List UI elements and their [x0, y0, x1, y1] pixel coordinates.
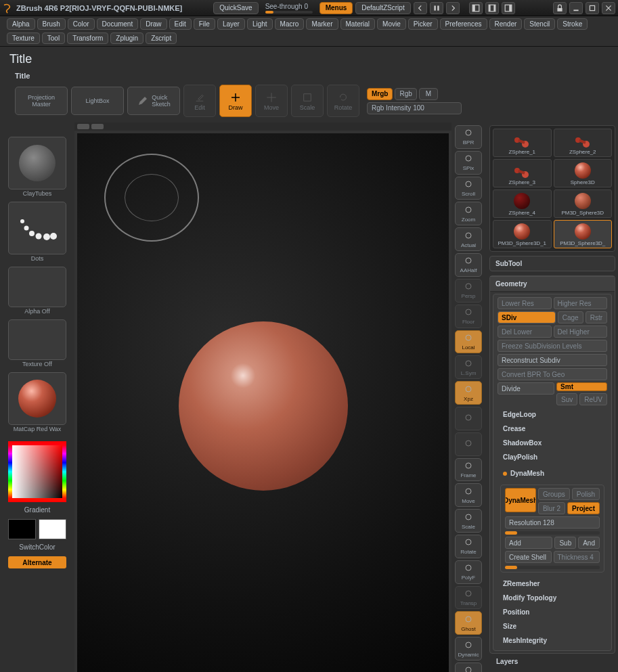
- crease-header[interactable]: Crease: [498, 422, 607, 436]
- menu-layer[interactable]: Layer: [217, 18, 245, 30]
- menus-button[interactable]: Menus: [319, 2, 353, 14]
- vp-ghost-button[interactable]: Ghost: [455, 611, 482, 635]
- swatch-main[interactable]: [8, 519, 36, 539]
- stroke-thumb[interactable]: Dots: [8, 202, 66, 254]
- vp-frame-button[interactable]: Frame: [455, 458, 482, 482]
- sdiv-slider[interactable]: SDiv: [498, 311, 556, 323]
- see-through-slider[interactable]: See-through 0: [261, 3, 317, 14]
- reuv-button[interactable]: ReUV: [579, 393, 607, 405]
- vp-polyf-button[interactable]: PolyF: [455, 560, 482, 584]
- menu-zscript[interactable]: Zscript: [146, 32, 177, 44]
- edgeloop-header[interactable]: EdgeLoop: [498, 407, 607, 422]
- higher-res-button[interactable]: Higher Res: [554, 297, 608, 309]
- vp-xpz-button[interactable]: Xpz: [455, 381, 482, 405]
- menu-color[interactable]: Color: [68, 18, 95, 30]
- vp-aahalf-button[interactable]: AAHalf: [455, 253, 482, 277]
- tool-zsphere_2[interactable]: ZSphere_2: [554, 129, 613, 157]
- polish-button[interactable]: Polish: [572, 488, 600, 500]
- add-button[interactable]: Add: [505, 537, 552, 549]
- zremesher-header[interactable]: ZRemesher: [498, 577, 607, 591]
- m-button[interactable]: M: [419, 88, 438, 100]
- cage-button[interactable]: Cage: [558, 311, 583, 323]
- dynamesh-header[interactable]: DynaMesh: [498, 466, 607, 480]
- alternate-button[interactable]: Alternate: [8, 556, 66, 568]
- tool-zsphere_3[interactable]: ZSphere_3: [493, 159, 552, 187]
- rgb-intensity-slider[interactable]: Rgb Intensity 100: [367, 102, 462, 114]
- shadowbox-header[interactable]: ShadowBox: [498, 436, 607, 450]
- tool-pm3d_sphere3d_1[interactable]: PM3D_Sphere3D_1: [493, 220, 552, 248]
- smt-button[interactable]: Smt: [556, 382, 607, 391]
- rotate-button[interactable]: Rotate: [327, 85, 359, 117]
- geometry-header[interactable]: Geometry: [490, 276, 615, 292]
- brush-thumb[interactable]: ClayTubes: [8, 137, 66, 189]
- size-header[interactable]: Size: [498, 619, 607, 633]
- color-picker[interactable]: [8, 441, 66, 502]
- rstr-button[interactable]: Rstr: [586, 311, 607, 323]
- tool-pm3d_sphere3d_[interactable]: PM3D_Sphere3D_: [554, 220, 613, 248]
- maximize-icon[interactable]: [586, 2, 599, 14]
- dock-right-icon[interactable]: [502, 2, 515, 14]
- suv-button[interactable]: Suv: [556, 393, 577, 405]
- del-lower-button[interactable]: Del Lower: [498, 326, 552, 338]
- vp-move-button[interactable]: Move: [455, 483, 482, 507]
- menu-brush[interactable]: Brush: [37, 18, 66, 30]
- texture-thumb[interactable]: Texture Off: [8, 319, 66, 360]
- minimize-icon[interactable]: [569, 2, 583, 14]
- modify-topology-header[interactable]: Modify Topology: [498, 591, 607, 605]
- viewport-canvas[interactable]: [77, 133, 449, 672]
- scale-button[interactable]: Scale: [291, 85, 324, 117]
- vp-actual-button[interactable]: Actual: [455, 227, 482, 251]
- tool-zsphere_4[interactable]: ZSphere_4: [493, 189, 552, 218]
- layers-section[interactable]: Layers: [489, 654, 615, 669]
- tool-sphere3d[interactable]: Sphere3D: [554, 159, 613, 187]
- menu-document[interactable]: Document: [97, 18, 139, 30]
- dock-left-icon[interactable]: [469, 2, 483, 14]
- menu-tool[interactable]: Tool: [42, 32, 65, 44]
- move-button[interactable]: Move: [255, 85, 288, 117]
- menu-transform[interactable]: Transform: [67, 32, 108, 44]
- dynamesh-button[interactable]: DynaMesh: [505, 488, 536, 512]
- vp-solo-button[interactable]: Solo: [455, 663, 482, 672]
- history-prev-icon[interactable]: [414, 2, 427, 14]
- tool-pm3d_sphere3d[interactable]: PM3D_Sphere3D: [554, 189, 613, 218]
- vp-scale-button[interactable]: Scale: [455, 509, 482, 533]
- project-button[interactable]: Project: [567, 502, 600, 514]
- create-shell-button[interactable]: Create Shell: [505, 551, 552, 563]
- close-icon[interactable]: [602, 2, 615, 14]
- history-bar-icon[interactable]: [430, 2, 443, 14]
- history-next-icon[interactable]: [446, 2, 460, 14]
- vp-dynamic-button[interactable]: Dynamic: [455, 637, 482, 660]
- alpha-thumb[interactable]: Alpha Off: [8, 267, 66, 307]
- menu-movie[interactable]: Movie: [377, 18, 406, 30]
- menu-macro[interactable]: Macro: [275, 18, 305, 30]
- projection-master-button[interactable]: Projection Master: [15, 87, 68, 115]
- vp-rotate-button[interactable]: Rotate: [455, 535, 482, 558]
- tool-zsphere_1[interactable]: ZSphere_1: [493, 129, 552, 157]
- swatch-secondary[interactable]: [39, 519, 66, 539]
- claypolish-header[interactable]: ClayPolish: [498, 450, 607, 464]
- menu-marker[interactable]: Marker: [306, 18, 338, 30]
- menu-alpha[interactable]: Alpha: [7, 18, 35, 30]
- menu-draw[interactable]: Draw: [140, 18, 167, 30]
- vp-transp-button[interactable]: Transp: [455, 586, 482, 610]
- menu-picker[interactable]: Picker: [408, 18, 438, 30]
- menu-preferences[interactable]: Preferences: [440, 18, 487, 30]
- lower-res-button[interactable]: Lower Res: [498, 297, 552, 309]
- vp-spix-button[interactable]: SPix: [455, 151, 482, 175]
- quicksave-button[interactable]: QuickSave: [213, 2, 258, 14]
- menu-zplugin[interactable]: Zplugin: [110, 32, 144, 44]
- resolution-slider[interactable]: Resolution 128: [505, 516, 600, 529]
- default-zscript-button[interactable]: DefaultZScript: [355, 2, 410, 14]
- menu-light[interactable]: Light: [247, 18, 273, 30]
- vp-bpr-button[interactable]: BPR: [455, 125, 482, 149]
- meshintegrity-header[interactable]: MeshIntegrity: [498, 633, 607, 648]
- menu-render[interactable]: Render: [489, 18, 523, 30]
- menu-stroke[interactable]: Stroke: [557, 18, 588, 30]
- divide-button[interactable]: Divide: [498, 382, 554, 395]
- dock-both-icon[interactable]: [485, 2, 499, 14]
- vp-local-button[interactable]: Local: [455, 330, 482, 354]
- vp-floor-button[interactable]: Floor: [455, 305, 482, 328]
- vp-l-sym-button[interactable]: L.Sym: [455, 355, 482, 379]
- lock-icon[interactable]: [553, 2, 567, 14]
- menu-texture[interactable]: Texture: [7, 32, 40, 44]
